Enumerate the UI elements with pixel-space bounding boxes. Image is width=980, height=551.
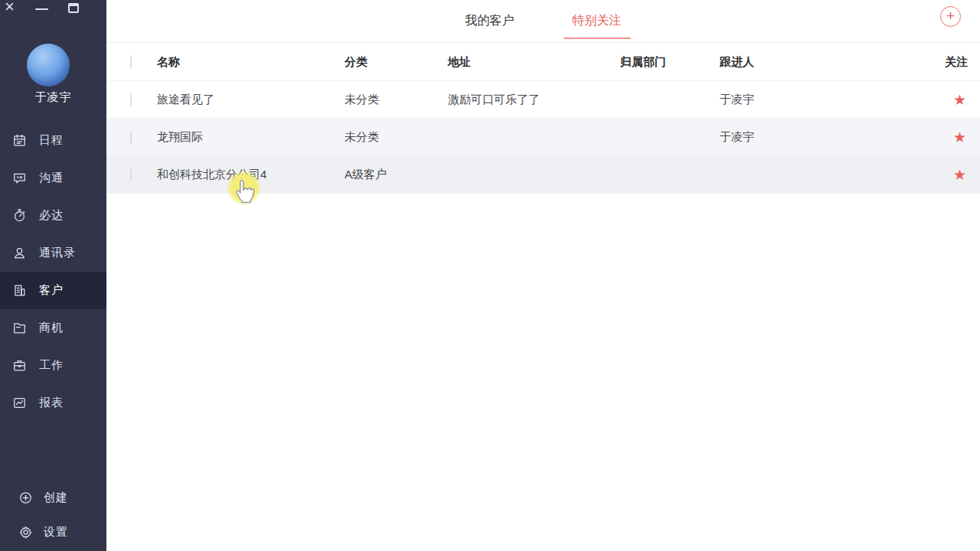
sidebar-item-label: 创建 [44, 491, 68, 505]
cell-name: 和创科技北京分公司4 [157, 168, 345, 182]
window-controls: × [0, 0, 106, 20]
sidebar-item-opportunities[interactable]: 商机 [0, 309, 106, 347]
sidebar-item-work[interactable]: 工作 [0, 347, 106, 384]
column-header-name: 名称 [157, 55, 345, 70]
stopwatch-icon [12, 208, 27, 223]
cell-name: 龙翔国际 [157, 130, 345, 145]
sidebar-item-contacts[interactable]: 通讯录 [0, 234, 106, 272]
calendar-icon [12, 133, 27, 148]
sidebar-item-label: 报表 [39, 396, 64, 410]
sidebar-item-customers[interactable]: 客户 [0, 272, 106, 309]
sidebar-item-label: 设置 [44, 525, 68, 540]
gear-icon [18, 525, 33, 540]
table-header: 名称 分类 地址 归属部门 跟进人 关注 [106, 44, 980, 81]
avatar[interactable] [27, 44, 70, 86]
sidebar-item-communication[interactable]: 沟通 [0, 159, 106, 197]
maximize-icon[interactable] [68, 3, 79, 13]
cell-follower: 于凌宇 [720, 130, 922, 145]
report-icon [12, 396, 27, 410]
sidebar-footer: 创建 设置 [0, 481, 106, 549]
sidebar-item-label: 通讯录 [39, 246, 76, 260]
folder-icon [12, 321, 27, 335]
row-checkbox[interactable] [130, 168, 132, 182]
row-checkbox[interactable] [130, 93, 132, 107]
sidebar-item-label: 工作 [39, 358, 64, 373]
sidebar: × 于凌宇 日程 沟通 必达 通讯录 [0, 0, 106, 551]
contacts-icon [12, 246, 27, 260]
sidebar-item-label: 沟通 [39, 171, 64, 185]
cell-category: 未分类 [345, 93, 448, 107]
star-icon[interactable]: ★ [922, 91, 980, 109]
column-header-address: 地址 [448, 55, 620, 70]
plus-circle-icon [18, 491, 33, 505]
briefcase-icon [12, 358, 27, 373]
select-all-checkbox[interactable] [130, 55, 132, 70]
table-row[interactable]: 旅途看见了 未分类 激励可口可乐了了 于凌宇 ★ [106, 81, 980, 119]
topbar: 我的客户 特别关注 [106, 0, 980, 43]
cell-follower: 于凌宇 [720, 93, 922, 107]
cell-name: 旅途看见了 [157, 93, 345, 107]
tab-special-focus[interactable]: 特别关注 [571, 10, 623, 32]
sidebar-item-label: 客户 [39, 283, 64, 298]
column-header-category: 分类 [345, 55, 448, 70]
row-checkbox[interactable] [130, 130, 132, 145]
sidebar-item-settings[interactable]: 设置 [0, 515, 106, 549]
customer-table: 旅途看见了 未分类 激励可口可乐了了 于凌宇 ★ 龙翔国际 未分类 于凌宇 ★ … [106, 81, 980, 194]
sidebar-item-schedule[interactable]: 日程 [0, 122, 106, 159]
close-icon[interactable]: × [5, 0, 15, 15]
column-header-follower: 跟进人 [720, 55, 922, 70]
column-header-department: 归属部门 [620, 55, 720, 70]
chat-icon [12, 171, 27, 185]
table-row[interactable]: 龙翔国际 未分类 于凌宇 ★ [106, 119, 980, 156]
sidebar-item-label: 商机 [39, 321, 64, 335]
sidebar-item-create[interactable]: 创建 [0, 481, 106, 515]
sidebar-item-reports[interactable]: 报表 [0, 384, 106, 422]
table-row[interactable]: 和创科技北京分公司4 A级客户 ★ [106, 156, 980, 194]
cell-category: A级客户 [345, 168, 448, 182]
building-icon [12, 283, 27, 298]
cell-category: 未分类 [345, 130, 448, 145]
star-icon[interactable]: ★ [922, 129, 980, 146]
sidebar-nav: 日程 沟通 必达 通讯录 客户 [0, 122, 106, 422]
sidebar-item-label: 必达 [39, 208, 64, 223]
minimize-icon[interactable] [35, 8, 48, 10]
column-header-star: 关注 [922, 55, 980, 70]
add-button[interactable]: + [940, 6, 961, 27]
cell-address: 激励可口可乐了了 [448, 93, 620, 107]
sidebar-item-bida[interactable]: 必达 [0, 197, 106, 234]
star-icon[interactable]: ★ [922, 166, 980, 184]
sidebar-item-label: 日程 [39, 133, 64, 148]
user-name: 于凌宇 [0, 90, 106, 105]
tab-my-customers[interactable]: 我的客户 [464, 10, 516, 32]
